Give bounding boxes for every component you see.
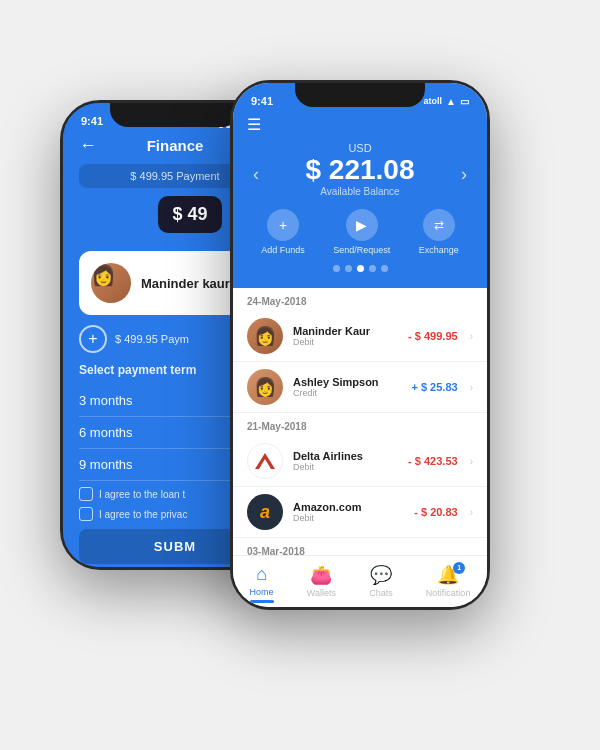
- back-arrow-icon[interactable]: ←: [79, 135, 97, 156]
- back-page-title: Finance: [147, 137, 204, 154]
- txn-name-ashley: Ashley Simpson: [293, 376, 401, 388]
- txn-type-ashley: Credit: [293, 388, 401, 398]
- dot-2: [345, 265, 352, 272]
- send-request-icon: ▶: [346, 209, 378, 241]
- front-time: 9:41: [251, 95, 273, 107]
- amount-badge: $ 49: [158, 196, 221, 233]
- amount-value: $ 49: [172, 204, 207, 224]
- currency-nav: ‹ USD $ 221.08 Available Balance ›: [247, 142, 473, 207]
- transactions-list: 24-May-2018 👩 Maninder Kaur Debit - $ 49…: [233, 288, 487, 555]
- front-notch: [295, 83, 425, 107]
- txn-chevron-3: ›: [470, 456, 473, 467]
- nav-wallets-label: Wallets: [307, 588, 336, 598]
- amazon-logo-text: a: [260, 502, 270, 523]
- user-avatar: 👩: [91, 263, 131, 303]
- txn-name-maninder: Maninder Kaur: [293, 325, 398, 337]
- txn-chevron-1: ›: [470, 331, 473, 342]
- txn-type-delta: Debit: [293, 462, 398, 472]
- dot-1: [333, 265, 340, 272]
- txn-avatar-amazon: a: [247, 494, 283, 530]
- nav-chats[interactable]: 💬 Chats: [369, 564, 393, 598]
- wallets-icon: 👛: [310, 564, 332, 586]
- txn-chevron-2: ›: [470, 382, 473, 393]
- send-request-label: Send/Request: [333, 245, 390, 255]
- checkbox-privacy[interactable]: [79, 507, 93, 521]
- term-label-9: 9 months: [79, 457, 132, 472]
- submit-label: SUBM: [154, 539, 196, 554]
- balance-amount: $ 221.08: [306, 154, 415, 186]
- checkbox-loan[interactable]: [79, 487, 93, 501]
- payment-label: $ 499.95 Payment: [130, 170, 219, 182]
- currency-label: USD: [306, 142, 415, 154]
- date-group-2: 21-May-2018: [233, 413, 487, 436]
- txn-name-amazon: Amazon.com: [293, 501, 404, 513]
- hamburger-icon[interactable]: ☰: [247, 111, 473, 142]
- txn-ashley[interactable]: 👩 Ashley Simpson Credit + $ 25.83 ›: [233, 362, 487, 413]
- send-request-btn[interactable]: ▶ Send/Request: [333, 209, 390, 255]
- txn-info-amazon: Amazon.com Debit: [293, 501, 404, 523]
- txn-info-delta: Delta Airlines Debit: [293, 450, 398, 472]
- carousel-dots: [247, 265, 473, 272]
- txn-info-maninder: Maninder Kaur Debit: [293, 325, 398, 347]
- exchange-label: Exchange: [419, 245, 459, 255]
- txn-info-ashley: Ashley Simpson Credit: [293, 376, 401, 398]
- txn-amount-ashley: + $ 25.83: [411, 381, 457, 393]
- nav-home-label: Home: [250, 587, 274, 597]
- front-wifi-icon: ▲: [446, 96, 456, 107]
- home-icon: ⌂: [256, 564, 267, 585]
- notification-badge: 1: [453, 562, 465, 574]
- add-payment-text: $ 499.95 Paym: [115, 333, 189, 345]
- front-top-section: ☰ ‹ USD $ 221.08 Available Balance › + A…: [233, 111, 487, 288]
- txn-amount-maninder: - $ 499.95: [408, 330, 458, 342]
- dot-3-active: [357, 265, 364, 272]
- dot-5: [381, 265, 388, 272]
- front-signal-icon: atoll: [424, 96, 443, 106]
- txn-chevron-4: ›: [470, 507, 473, 518]
- txn-maninder[interactable]: 👩 Maninder Kaur Debit - $ 499.95 ›: [233, 311, 487, 362]
- notch: [110, 103, 240, 127]
- front-status-icons: atoll ▲ ▭: [424, 96, 469, 107]
- nav-chats-label: Chats: [369, 588, 393, 598]
- txn-avatar-delta: [247, 443, 283, 479]
- exchange-btn[interactable]: ⇄ Exchange: [419, 209, 459, 255]
- back-time: 9:41: [81, 115, 103, 127]
- txn-amount-delta: - $ 423.53: [408, 455, 458, 467]
- bottom-nav: ⌂ Home 👛 Wallets 💬 Chats 🔔 1 Notificatio…: [233, 555, 487, 607]
- checkbox-loan-label: I agree to the loan t: [99, 489, 185, 500]
- txn-amazon[interactable]: a Amazon.com Debit - $ 20.83 ›: [233, 487, 487, 538]
- nav-home[interactable]: ⌂ Home: [250, 564, 274, 597]
- add-funds-icon: +: [267, 209, 299, 241]
- txn-type-maninder: Debit: [293, 337, 398, 347]
- term-label-3: 3 months: [79, 393, 132, 408]
- txn-avatar-ashley: 👩: [247, 369, 283, 405]
- front-phone: 9:41 atoll ▲ ▭ ☰ ‹ USD $ 221.08 Availabl…: [230, 80, 490, 610]
- delta-logo-svg: [253, 449, 277, 473]
- date-group-3: 03-Mar-2018: [233, 538, 487, 555]
- balance-label: Available Balance: [306, 186, 415, 197]
- txn-delta[interactable]: Delta Airlines Debit - $ 423.53 ›: [233, 436, 487, 487]
- prev-currency-arrow[interactable]: ‹: [247, 164, 265, 185]
- dot-4: [369, 265, 376, 272]
- nav-wallets[interactable]: 👛 Wallets: [307, 564, 336, 598]
- term-label-6: 6 months: [79, 425, 132, 440]
- txn-type-amazon: Debit: [293, 513, 404, 523]
- notification-icon: 🔔 1: [437, 564, 459, 586]
- user-name: Maninder kaur: [141, 276, 230, 291]
- add-icon: +: [79, 325, 107, 353]
- exchange-icon: ⇄: [423, 209, 455, 241]
- action-buttons: + Add Funds ▶ Send/Request ⇄ Exchange: [247, 209, 473, 255]
- nav-home-indicator: [250, 600, 274, 603]
- nav-notification-label: Notification: [426, 588, 471, 598]
- next-currency-arrow[interactable]: ›: [455, 164, 473, 185]
- nav-notification[interactable]: 🔔 1 Notification: [426, 564, 471, 598]
- txn-avatar-maninder: 👩: [247, 318, 283, 354]
- txn-name-delta: Delta Airlines: [293, 450, 398, 462]
- date-group-1: 24-May-2018: [233, 288, 487, 311]
- txn-amount-amazon: - $ 20.83: [414, 506, 457, 518]
- add-funds-btn[interactable]: + Add Funds: [261, 209, 305, 255]
- add-funds-label: Add Funds: [261, 245, 305, 255]
- front-battery-icon: ▭: [460, 96, 469, 107]
- checkbox-privacy-label: I agree to the privac: [99, 509, 187, 520]
- chats-icon: 💬: [370, 564, 392, 586]
